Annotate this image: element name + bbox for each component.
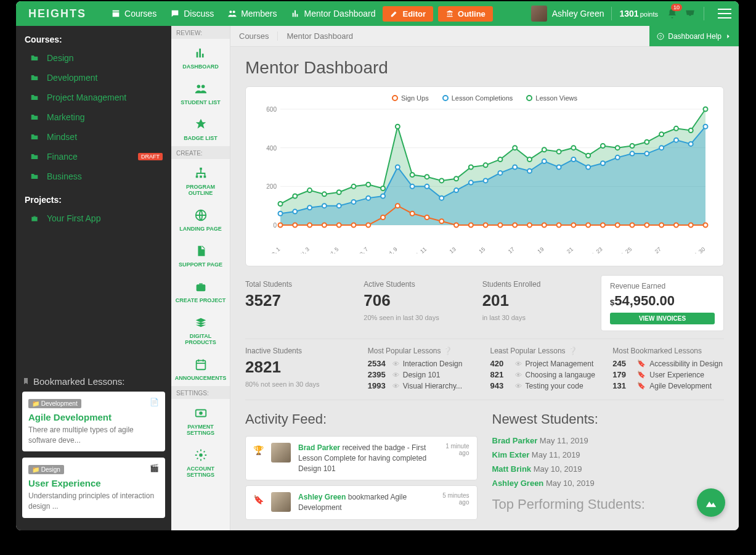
bookmark-type-icon: 📄 — [150, 398, 159, 406]
svg-point-105 — [571, 146, 575, 150]
nav-discuss[interactable]: Discuss — [170, 9, 214, 18]
nav-courses[interactable]: Courses — [111, 9, 156, 18]
lesson-row[interactable]: 2534👁Interaction Design — [368, 359, 479, 368]
midnav-payment-settings[interactable]: PAYMENT SETTINGS — [171, 399, 230, 441]
newest-student-row: Matt Brink May 10, 2019 — [492, 464, 725, 474]
newest-student-row: Brad Parker May 11, 2019 — [492, 436, 725, 445]
draft-badge: DRAFT — [138, 153, 163, 160]
dashboard-help-button[interactable]: ? Dashboard Help — [649, 26, 739, 46]
svg-text:200: 200 — [266, 183, 277, 190]
midnav-create-project[interactable]: CREATE PROJECT — [171, 273, 230, 308]
svg-point-114 — [704, 107, 708, 112]
bookmark-card[interactable]: 📁 Development📄Agile DevelopmentThere are… — [22, 392, 165, 452]
svg-point-44 — [557, 223, 561, 228]
svg-point-77 — [601, 161, 605, 165]
inbox-icon[interactable] — [684, 8, 696, 19]
svg-point-86 — [293, 194, 297, 199]
newest-student-row: Kim Exter May 11, 2019 — [492, 450, 725, 459]
midnav-announcements[interactable]: ANNOUNCEMENTS — [171, 350, 230, 386]
svg-point-106 — [586, 154, 590, 158]
svg-text:Sat, 19: Sat, 19 — [527, 246, 545, 253]
app-window: HEIGHTS Courses Discuss Members Mentor D… — [16, 1, 739, 530]
user-menu[interactable]: Ashley Green — [531, 6, 604, 22]
sidebar-project-item[interactable]: Your First App — [16, 208, 171, 228]
lesson-row[interactable]: 2395👁Design 101 — [368, 370, 479, 379]
feed-type-icon: 🏆 — [253, 443, 264, 455]
svg-point-94 — [410, 173, 415, 177]
lesson-row[interactable]: 179🔖User Experience — [612, 370, 724, 379]
sidebar-course-item[interactable]: Project Management — [16, 88, 171, 107]
svg-point-27 — [307, 223, 312, 228]
student-link[interactable]: Brad Parker — [492, 436, 538, 445]
svg-point-38 — [469, 223, 473, 228]
nav-members[interactable]: Members — [227, 9, 277, 18]
sidebar-course-item[interactable]: Mindset — [16, 127, 171, 147]
midnav-program-outline[interactable]: PROGRAM OUTLINE — [171, 159, 230, 201]
menu-icon[interactable] — [718, 9, 731, 18]
user-name: Ashley Green — [552, 9, 604, 18]
most-popular-lessons: Most Popular Lessons ❔ 2534👁Interaction … — [368, 347, 479, 392]
lesson-row[interactable]: 821👁Choosing a langauge — [490, 370, 602, 379]
breadcrumb-courses[interactable]: Courses — [239, 31, 278, 41]
sidebar-left: Courses: DesignDevelopmentProject Manage… — [16, 26, 171, 530]
svg-text:?: ? — [659, 34, 662, 38]
lesson-row[interactable]: 1993👁Visual Hierarchy... — [368, 381, 479, 390]
svg-point-48 — [616, 223, 620, 228]
stat-total-students: Total Students 3527 — [245, 275, 364, 331]
projects-heading: Projects: — [16, 186, 171, 208]
sidebar-course-item[interactable]: Development — [16, 68, 171, 88]
midnav: REVIEW: DASHBOARD STUDENT LIST BADGE LIS… — [171, 26, 230, 530]
svg-text:600: 600 — [266, 106, 277, 113]
svg-point-90 — [351, 184, 356, 189]
fab-button[interactable] — [697, 488, 725, 517]
editor-button[interactable]: Editor — [383, 6, 433, 22]
help-icon: ❔ — [443, 347, 452, 355]
sidebar-course-item[interactable]: FinanceDRAFT — [16, 147, 171, 166]
midnav-support-page[interactable]: SUPPORT PAGE — [171, 237, 230, 273]
svg-point-41 — [513, 223, 517, 228]
sidebar-course-item[interactable]: Marketing — [16, 107, 171, 127]
notifications-icon[interactable]: 10 — [667, 8, 678, 19]
stat-students-enrolled: Students Enrolled 201 in last 30 days — [482, 275, 601, 331]
midnav-landing-page[interactable]: LANDING PAGE — [171, 201, 230, 237]
svg-point-51 — [659, 223, 664, 228]
feed-user[interactable]: Ashley Green — [298, 493, 346, 501]
svg-point-76 — [586, 165, 590, 170]
midnav-account-settings[interactable]: ACCOUNT SETTINGS — [171, 441, 230, 483]
bookmark-card[interactable]: 📁 Design🎬User ExperienceUnderstanding pr… — [22, 458, 165, 518]
svg-point-113 — [689, 128, 693, 133]
svg-point-109 — [630, 144, 635, 148]
student-link[interactable]: Kim Exter — [492, 450, 530, 459]
svg-point-60 — [351, 200, 356, 204]
svg-text:Sun, 27: Sun, 27 — [644, 246, 662, 253]
svg-point-82 — [674, 138, 678, 142]
bookmark-title: Agile Development — [28, 412, 159, 422]
student-link[interactable]: Matt Brink — [492, 464, 532, 474]
svg-point-47 — [601, 223, 605, 228]
help-icon: ❔ — [568, 347, 577, 355]
svg-text:Thu, 3: Thu, 3 — [295, 246, 311, 253]
feed-user[interactable]: Brad Parker — [298, 443, 340, 452]
svg-text:Thu, 17: Thu, 17 — [497, 246, 516, 253]
svg-text:Sat, 5: Sat, 5 — [325, 246, 339, 253]
svg-point-43 — [542, 223, 547, 228]
midnav-digital-products[interactable]: DIGITAL PRODUCTS — [171, 308, 230, 350]
student-link[interactable]: Ashley Green — [492, 479, 544, 488]
lesson-row[interactable]: 943👁Testing your code — [490, 381, 602, 390]
sidebar-course-item[interactable]: Design — [16, 48, 171, 68]
svg-point-67 — [454, 188, 458, 192]
midnav-student-list[interactable]: STUDENT LIST — [171, 75, 230, 110]
midnav-dashboard[interactable]: DASHBOARD — [171, 39, 230, 75]
outline-button[interactable]: Outline — [438, 6, 493, 22]
lesson-row[interactable]: 245🔖Accessibility in Design — [612, 359, 724, 368]
midnav-badge-list[interactable]: BADGE LIST — [171, 110, 230, 146]
svg-point-58 — [322, 204, 327, 208]
svg-rect-10 — [196, 284, 205, 291]
lesson-row[interactable]: 131🔖Agile Development — [612, 381, 724, 390]
svg-point-49 — [630, 223, 635, 228]
view-invoices-button[interactable]: VIEW INVOICES — [610, 313, 715, 324]
nav-mentor-dashboard[interactable]: Mentor Dashboard — [291, 9, 376, 18]
lesson-row[interactable]: 420👁Project Management — [490, 359, 602, 368]
sidebar-course-item[interactable]: Business — [16, 166, 171, 186]
svg-point-30 — [351, 223, 356, 228]
